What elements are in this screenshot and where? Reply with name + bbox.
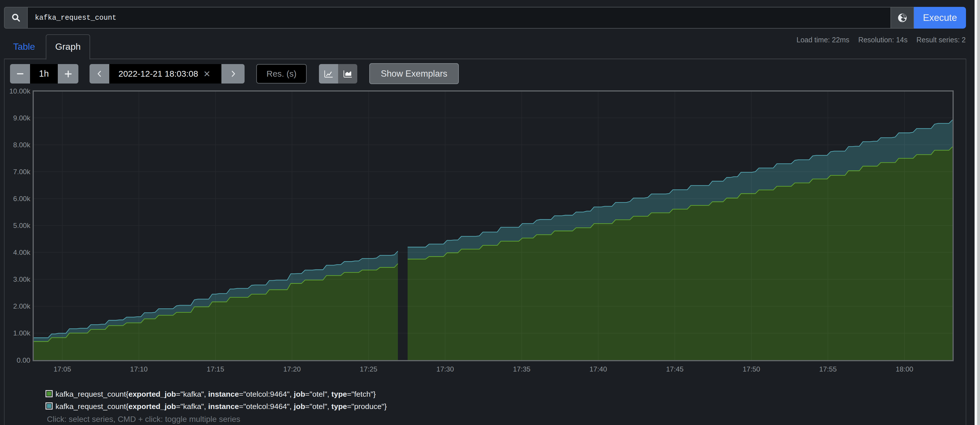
svg-text:4.00k: 4.00k: [13, 248, 30, 256]
svg-text:6.00k: 6.00k: [13, 195, 30, 202]
svg-text:17:05: 17:05: [54, 365, 71, 373]
svg-text:17:15: 17:15: [207, 365, 224, 373]
svg-text:5.00k: 5.00k: [13, 222, 30, 229]
svg-text:17:30: 17:30: [436, 365, 454, 373]
svg-text:18:00: 18:00: [896, 365, 913, 373]
svg-text:3.00k: 3.00k: [13, 275, 30, 283]
svg-text:10.00k: 10.00k: [9, 87, 30, 95]
svg-text:7.00k: 7.00k: [13, 168, 30, 176]
svg-text:17:20: 17:20: [283, 365, 301, 373]
svg-text:17:10: 17:10: [130, 365, 148, 373]
svg-text:2.00k: 2.00k: [13, 302, 30, 310]
svg-text:8.00k: 8.00k: [13, 141, 30, 149]
svg-text:17:50: 17:50: [743, 365, 760, 373]
svg-text:17:55: 17:55: [819, 365, 837, 373]
svg-text:17:40: 17:40: [590, 365, 607, 373]
svg-text:1.00k: 1.00k: [13, 329, 30, 337]
svg-text:9.00k: 9.00k: [13, 114, 30, 122]
svg-text:17:45: 17:45: [666, 365, 683, 373]
svg-text:17:25: 17:25: [360, 365, 377, 373]
svg-text:17:35: 17:35: [513, 365, 530, 373]
svg-text:0.00: 0.00: [17, 357, 30, 364]
